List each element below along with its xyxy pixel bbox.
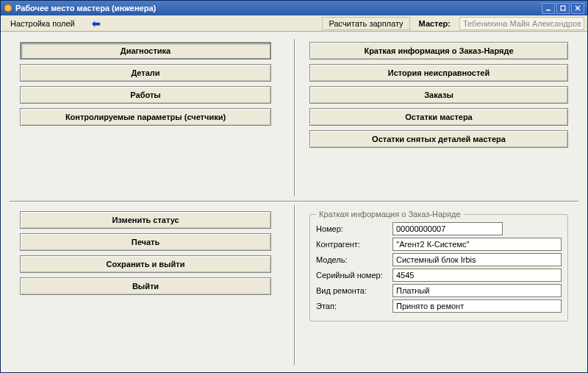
- number-field[interactable]: [392, 222, 503, 235]
- print-button[interactable]: Печать: [20, 233, 271, 251]
- stage-field[interactable]: [392, 299, 562, 313]
- master-field[interactable]: [459, 17, 584, 30]
- vertical-separator-top: [294, 39, 295, 196]
- exit-button[interactable]: Выйти: [20, 277, 271, 295]
- minimize-button[interactable]: [542, 3, 555, 14]
- top-right-panel: Краткая информация о Заказ-Наряде Истори…: [290, 32, 587, 201]
- fault-history-button[interactable]: История неисправностей: [309, 64, 568, 82]
- field-settings-button[interactable]: Настройка полей: [4, 17, 82, 30]
- nav-arrow-icon[interactable]: ⬅: [87, 18, 105, 29]
- model-label: Модель:: [316, 255, 390, 264]
- order-info-button[interactable]: Краткая информация о Заказ-Наряде: [309, 42, 568, 60]
- bottom-right-panel: Краткая информация о Заказ-Наряде Номер:…: [290, 201, 587, 372]
- save-exit-button[interactable]: Сохранить и выйти: [20, 255, 271, 273]
- order-info-fieldset: Краткая информация о Заказ-Наряде Номер:…: [309, 214, 568, 322]
- contractor-field[interactable]: [392, 238, 562, 251]
- svg-rect-2: [561, 6, 565, 10]
- orders-button[interactable]: Заказы: [309, 86, 568, 104]
- calc-salary-button[interactable]: Расчитать зарплату: [322, 17, 409, 30]
- svg-point-0: [4, 4, 12, 12]
- contractor-label: Контрагент:: [316, 240, 390, 249]
- app-icon: [4, 4, 12, 13]
- toolbar: Настройка полей ⬅ Расчитать зарплату Мас…: [1, 15, 587, 32]
- controlled-params-button[interactable]: Контролируемые параметры (счетчики): [20, 108, 271, 126]
- top-left-panel: Диагностика Детали Работы Контролируемые…: [1, 32, 290, 201]
- change-status-button[interactable]: Изменить статус: [20, 211, 271, 229]
- serial-label: Серийный номер:: [316, 271, 390, 280]
- stage-label: Этап:: [316, 302, 390, 310]
- parts-button[interactable]: Детали: [20, 64, 271, 82]
- works-button[interactable]: Работы: [20, 86, 271, 104]
- master-remains-button[interactable]: Остатки мастера: [309, 108, 568, 126]
- bottom-left-panel: Изменить статус Печать Сохранить и выйти…: [1, 201, 290, 372]
- repair-type-label: Вид ремонта:: [316, 286, 390, 295]
- model-field[interactable]: [392, 253, 562, 266]
- horizontal-separator: [10, 201, 578, 202]
- number-label: Номер:: [316, 224, 390, 233]
- serial-field[interactable]: [392, 269, 562, 282]
- maximize-button[interactable]: [556, 3, 570, 14]
- window-titlebar: Рабочее место мастера (инженера): [1, 1, 587, 15]
- vertical-separator-bottom: [294, 205, 295, 365]
- close-button[interactable]: [571, 3, 584, 14]
- removed-parts-remains-button[interactable]: Остатки снятых деталей мастера: [309, 130, 568, 148]
- diagnostics-button[interactable]: Диагностика: [20, 42, 271, 60]
- svg-rect-1: [546, 10, 551, 11]
- window-title: Рабочее место мастера (инженера): [15, 4, 542, 13]
- repair-type-field[interactable]: [392, 284, 562, 297]
- fieldset-legend: Краткая информация о Заказ-Наряде: [316, 210, 464, 219]
- content-area: Диагностика Детали Работы Контролируемые…: [1, 32, 587, 372]
- master-caption: Мастер:: [419, 19, 451, 28]
